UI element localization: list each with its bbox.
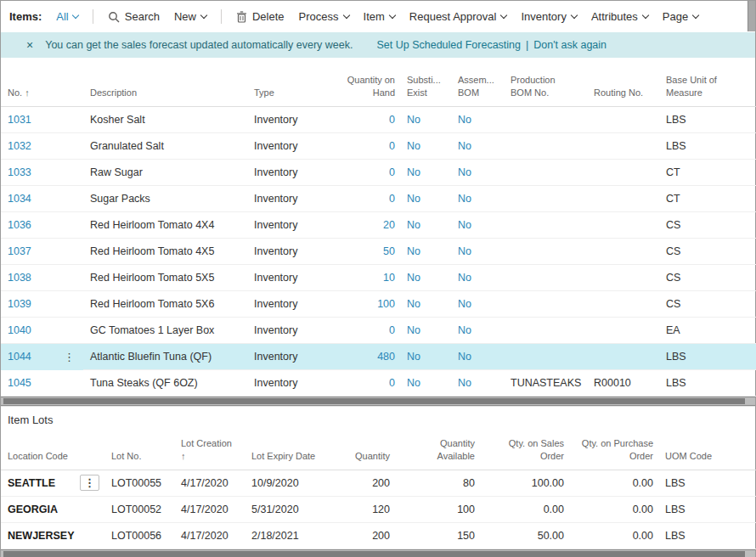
item-description-cell[interactable]: Atlantic Bluefin Tuna (QF) (83, 343, 247, 370)
lot-row[interactable]: SEATTLE⋮LOT000554/17/202010/9/2020200801… (1, 470, 756, 497)
menu-page[interactable]: Page (663, 10, 698, 23)
lot-no-cell[interactable]: LOT00052 (104, 497, 174, 523)
item-type-cell[interactable]: Inventory (247, 370, 317, 397)
item-production-bom-cell[interactable] (504, 290, 587, 317)
item-substitutes-exist-cell[interactable]: No (400, 211, 451, 238)
item-production-bom-cell[interactable] (504, 132, 587, 159)
item-no-cell[interactable]: 1040 (1, 317, 83, 343)
col-header-assembly-bom[interactable]: Assem... BOM (451, 58, 504, 106)
lot-uom-cell[interactable]: LBS (658, 497, 756, 523)
item-assembly-bom-cell[interactable]: No (451, 159, 504, 185)
horizontal-scrollbar-bottom[interactable] (1, 549, 755, 557)
filter-all-dropdown[interactable]: All (56, 10, 77, 23)
item-routing-no-cell[interactable] (587, 106, 659, 132)
item-substitutes-exist-cell[interactable]: No (400, 343, 451, 370)
lot-creation-cell[interactable]: 4/17/2020 (174, 497, 245, 523)
col-header-production-bom-no[interactable]: Production BOM No. (504, 58, 587, 106)
item-no-cell[interactable]: 1031 (1, 106, 83, 132)
scrollbar-thumb[interactable] (3, 551, 745, 557)
lot-row[interactable]: NEWJERSEYLOT000564/17/20202/18/202120015… (1, 523, 756, 549)
item-type-cell[interactable]: Inventory (247, 290, 317, 317)
item-production-bom-cell[interactable] (504, 185, 587, 211)
item-no-cell[interactable]: 1038 (1, 264, 83, 290)
item-description-cell[interactable]: Raw Sugar (83, 159, 247, 185)
item-production-bom-cell[interactable] (504, 106, 587, 132)
item-row[interactable]: 1039Red Heirloom Tomato 5X6Inventory100N… (1, 290, 756, 317)
item-type-cell[interactable]: Inventory (247, 185, 317, 211)
item-no-cell[interactable]: 1033 (1, 159, 83, 185)
item-routing-no-cell[interactable] (587, 238, 659, 264)
item-no-cell[interactable]: 1044⋮ (1, 344, 83, 370)
item-routing-no-cell[interactable] (587, 290, 659, 317)
lot-quantity-cell[interactable]: 200 (334, 523, 395, 549)
col-header-quantity-available[interactable]: Quantity Available (395, 429, 480, 470)
delete-button[interactable]: Delete (236, 10, 285, 23)
col-header-substitutes-exist[interactable]: Substi... Exist (400, 58, 451, 106)
lot-qty-available-cell[interactable]: 80 (395, 470, 480, 497)
item-type-cell[interactable]: Inventory (247, 317, 317, 343)
item-no-cell[interactable]: 1032 (1, 132, 83, 159)
col-header-qty-on-sales-order[interactable]: Qty. on Sales Order (480, 429, 569, 470)
row-context-menu-icon[interactable]: ⋮ (80, 475, 99, 491)
item-description-cell[interactable]: Red Heirloom Tomato 5X6 (83, 290, 247, 317)
item-row[interactable]: 1037Red Heirloom Tomato 4X5Inventory50No… (1, 238, 756, 264)
item-description-cell[interactable]: Red Heirloom Tomato 4X4 (83, 211, 247, 238)
item-production-bom-cell[interactable] (504, 317, 587, 343)
lot-uom-cell[interactable]: LBS (658, 470, 756, 497)
col-header-quantity[interactable]: Quantity (334, 429, 395, 470)
item-routing-no-cell[interactable] (587, 185, 659, 211)
item-description-cell[interactable]: Kosher Salt (83, 106, 247, 132)
setup-scheduled-forecasting-link[interactable]: Set Up Scheduled Forecasting (376, 39, 521, 51)
item-description-cell[interactable]: Tuna Steaks (QF 6OZ) (83, 370, 247, 397)
lot-qty-available-cell[interactable]: 100 (395, 497, 480, 523)
lot-creation-cell[interactable]: 4/17/2020 (174, 470, 245, 497)
lot-expiry-cell[interactable]: 2/18/2021 (245, 523, 334, 549)
item-qty-on-hand-cell[interactable]: 20 (317, 211, 400, 238)
col-header-lot-expiry-date[interactable]: Lot Expiry Date (245, 429, 334, 470)
item-substitutes-exist-cell[interactable]: No (400, 290, 451, 317)
item-row[interactable]: 1032Granulated SaltInventory0NoNoLBS (1, 132, 756, 159)
item-no-cell[interactable]: 1037 (1, 238, 83, 264)
col-header-type[interactable]: Type (247, 58, 317, 106)
item-substitutes-exist-cell[interactable]: No (400, 370, 451, 397)
item-no-cell[interactable]: 1036 (1, 211, 83, 238)
vertical-scrollbar[interactable] (748, 1, 755, 31)
item-assembly-bom-cell[interactable]: No (451, 211, 504, 238)
lot-quantity-cell[interactable]: 120 (334, 497, 395, 523)
item-row[interactable]: 1034Sugar PacksInventory0NoNoCT (1, 185, 756, 211)
menu-process[interactable]: Process (299, 10, 349, 23)
item-routing-no-cell[interactable] (587, 317, 659, 343)
item-base-uom-cell[interactable]: CS (659, 264, 756, 290)
menu-item[interactable]: Item (364, 10, 395, 23)
item-type-cell[interactable]: Inventory (247, 238, 317, 264)
item-base-uom-cell[interactable]: CS (659, 290, 756, 317)
menu-attributes[interactable]: Attributes (591, 10, 648, 23)
item-type-cell[interactable]: Inventory (247, 132, 317, 159)
item-type-cell[interactable]: Inventory (247, 264, 317, 290)
item-qty-on-hand-cell[interactable]: 100 (317, 290, 400, 317)
lot-location-cell[interactable]: SEATTLE⋮ (1, 470, 104, 497)
item-assembly-bom-cell[interactable]: No (451, 238, 504, 264)
item-production-bom-cell[interactable]: TUNASTEAKS (504, 370, 587, 397)
lot-no-cell[interactable]: LOT00055 (104, 470, 174, 497)
row-context-menu-icon[interactable]: ⋮ (60, 350, 78, 364)
item-qty-on-hand-cell[interactable]: 0 (317, 132, 400, 159)
scrollbar-thumb[interactable] (3, 398, 745, 404)
item-substitutes-exist-cell[interactable]: No (400, 159, 451, 185)
item-substitutes-exist-cell[interactable]: No (400, 106, 451, 132)
lot-qty-available-cell[interactable]: 150 (395, 523, 480, 549)
item-assembly-bom-cell[interactable]: No (451, 343, 504, 370)
item-description-cell[interactable]: Red Heirloom Tomato 4X5 (83, 238, 247, 264)
item-production-bom-cell[interactable] (504, 211, 587, 238)
lot-uom-cell[interactable]: LBS (658, 523, 756, 549)
item-routing-no-cell[interactable]: R00010 (587, 370, 659, 397)
col-header-description[interactable]: Description (83, 58, 247, 106)
item-routing-no-cell[interactable] (587, 343, 659, 370)
lot-qty-sales-order-cell[interactable]: 100.00 (480, 470, 569, 497)
item-routing-no-cell[interactable] (587, 159, 659, 185)
item-substitutes-exist-cell[interactable]: No (400, 185, 451, 211)
item-base-uom-cell[interactable]: CT (659, 185, 756, 211)
item-assembly-bom-cell[interactable]: No (451, 185, 504, 211)
lot-no-cell[interactable]: LOT00056 (104, 523, 174, 549)
col-header-qty-on-purchase-order[interactable]: Qty. on Purchase Order (569, 429, 658, 470)
